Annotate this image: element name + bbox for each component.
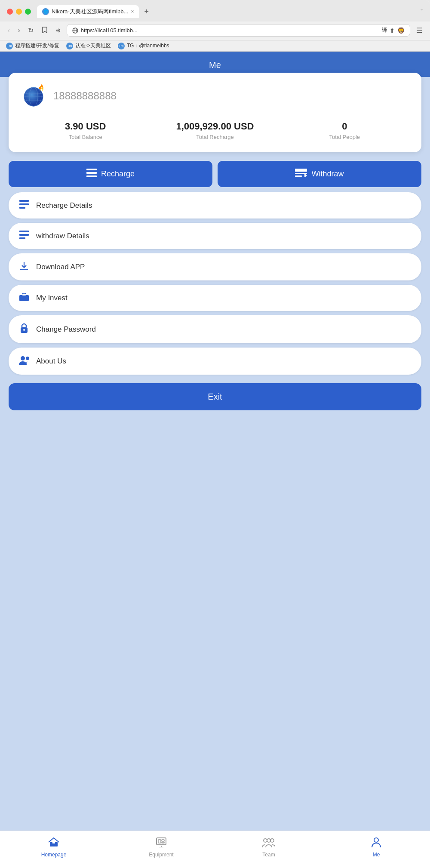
nav-bar: ‹ › ↻ ⊕ https://licai105.timibb... 译 ⬆ 🦁… [0,22,430,40]
briefcase-icon [19,292,29,301]
page-title: Me [7,60,423,70]
svg-rect-37 [158,840,161,843]
bottom-nav: Homepage Equipment Team [0,831,430,868]
user-card: 18888888888 3.90 USD Total Balance 1,009… [9,73,421,152]
people-icon [19,355,30,365]
action-buttons: Recharge Withdraw [9,161,421,187]
traffic-lights [7,9,31,15]
bookmark-item-2[interactable]: Tm 认准->天美社区 [66,42,111,49]
url-bar[interactable]: https://licai105.timibb... 译 ⬆ 🦁 [67,24,410,37]
bookmark-label-2: 认准->天美社区 [75,42,111,49]
tab-bar: 🌐 Nikora-天美社区源码网timibb... × + ˅ [37,5,423,18]
svg-rect-28 [22,294,26,295]
change-password-icon [19,323,29,336]
recharge-details-label: Recharge Details [36,201,92,210]
download-app-item[interactable]: Download APP [9,253,421,280]
svg-rect-35 [52,843,55,846]
about-us-item[interactable]: About Us [9,348,421,375]
homepage-icon [48,837,59,850]
svg-rect-11 [86,169,97,170]
nav-team[interactable]: Team [215,835,322,859]
change-password-item[interactable]: Change Password [9,315,421,343]
withdraw-button[interactable]: Withdraw [218,161,421,187]
new-tab-button[interactable]: + [141,7,151,16]
svg-point-30 [23,329,25,331]
recharge-details-item[interactable]: Recharge Details [9,192,421,219]
bookmark-favicon-3: Tm [118,43,125,49]
recharge-button[interactable]: Recharge [9,161,212,187]
svg-rect-14 [295,169,307,172]
bookmark-item-1[interactable]: Tm 程序搭建/开发/修复 [6,42,59,49]
withdraw-icon [295,169,307,179]
svg-point-31 [21,356,25,360]
bookmark-favicon-2: Tm [66,43,73,49]
me-label: Me [373,852,380,858]
back-button[interactable]: ‹ [6,25,12,36]
user-phone: 18888888888 [53,90,117,102]
exit-button[interactable]: Exit [9,383,421,410]
about-us-label: About Us [36,357,66,366]
about-us-icon [19,355,29,367]
nav-equipment[interactable]: Equipment [108,835,215,859]
menu-list: Recharge Details withdraw Details [9,192,421,375]
homepage-label: Homepage [41,852,67,858]
svg-point-42 [264,839,267,842]
download-icon [19,261,29,271]
svg-rect-22 [19,234,29,236]
tab-close-button[interactable]: × [131,9,134,15]
svg-rect-21 [19,231,29,232]
nav-me[interactable]: Me [322,835,430,859]
app-content: Me [0,52,430,831]
svg-rect-27 [19,295,29,301]
download-app-icon [19,261,29,273]
my-invest-label: My Invest [36,294,68,302]
list-icon-2 [19,231,29,239]
svg-rect-39 [162,842,164,843]
recharge-label: Recharge [101,169,135,179]
url-text: https://licai105.timibb... [81,27,379,34]
bookmark-item-3[interactable]: Tm TG：@tianmeibbs [118,42,169,49]
my-invest-item[interactable]: My Invest [9,285,421,311]
refresh-button[interactable]: ↻ [26,25,35,36]
title-bar: 🌐 Nikora-天美社区源码网timibb... × + ˅ [0,0,430,22]
active-tab[interactable]: 🌐 Nikora-天美社区源码网timibb... × [37,5,139,18]
change-password-label: Change Password [36,325,96,334]
svg-rect-38 [162,840,164,841]
share-icon[interactable]: ⬆ [390,27,395,34]
me-icon [372,837,381,850]
tab-expand-button[interactable]: ˅ [420,8,423,15]
svg-point-32 [26,357,29,360]
bookmark-button[interactable] [40,25,50,37]
bookmark-favicon-1: Tm [6,43,13,49]
user-stats: 3.90 USD Total Balance 1,009,929.00 USD … [21,121,409,140]
close-window-button[interactable] [7,9,13,15]
menu-button[interactable]: ☰ [415,25,424,36]
withdraw-details-item[interactable]: withdraw Details [9,223,421,249]
translate-icon[interactable]: 译 [382,27,387,34]
forward-button[interactable]: › [16,25,22,36]
withdraw-svg-icon [295,169,307,177]
svg-rect-23 [19,237,25,239]
globe-icon [72,28,78,34]
withdraw-details-icon [19,231,29,241]
app-logo [21,83,46,109]
tab-favicon: 🌐 [42,8,49,15]
settings-icon[interactable]: ⊕ [54,25,62,35]
svg-rect-12 [86,172,97,174]
brave-icon[interactable]: 🦁 [397,27,405,34]
equipment-icon [156,837,167,850]
tab-title: Nikora-天美社区源码网timibb... [52,8,128,15]
stat-recharge: 1,009,929.00 USD Total Recharge [150,121,280,140]
recharge-svg-icon [86,169,97,177]
bookmarks-bar: Tm 程序搭建/开发/修复 Tm 认准->天美社区 Tm TG：@tianmei… [0,40,430,52]
svg-rect-13 [86,175,97,177]
svg-rect-18 [19,200,29,202]
stat-balance: 3.90 USD Total Balance [21,121,150,140]
team-icon [262,837,275,850]
nav-homepage[interactable]: Homepage [0,835,108,859]
minimize-window-button[interactable] [16,9,22,15]
recharge-details-icon [19,200,29,211]
svg-point-44 [267,839,270,842]
people-value: 0 [280,121,409,132]
maximize-window-button[interactable] [25,9,31,15]
